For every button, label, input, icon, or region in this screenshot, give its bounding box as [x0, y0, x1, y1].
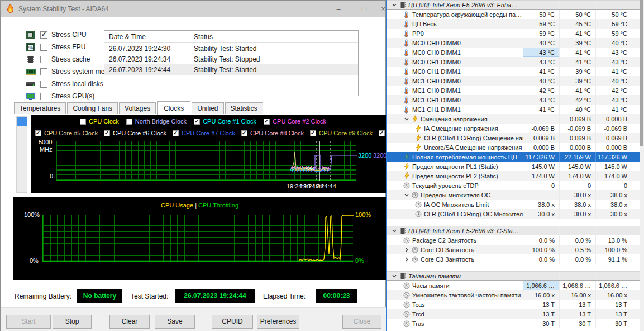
sensor-label: Tcas — [412, 301, 523, 308]
sensor-group-row[interactable]: ЦП [#0]: Intel Xeon E5-2696 v3: C-Sta… — [387, 226, 640, 235]
clear-button[interactable]: Clear — [109, 315, 150, 329]
sensor-item-row[interactable]: MC1 CH1 DIMM043 °C42 °C43 °C — [387, 95, 640, 105]
legend-checkbox-a1[interactable] — [126, 119, 132, 125]
save-button[interactable]: Save — [155, 315, 195, 329]
sensor-item-row[interactable]: MC1 CH0 DIMM040 °C39 °C40 °C — [387, 76, 640, 86]
sensor-item-row[interactable]: MC1 CH0 DIMM142 °C41 °C42 °C — [387, 86, 640, 95]
sensor-value-cell: 174.0 W — [523, 171, 559, 181]
sensor-item-row[interactable]: Температура окружающей среды па…50 °C50 … — [387, 10, 640, 19]
stress-checkbox-4[interactable] — [40, 81, 47, 88]
memory-icon — [26, 67, 37, 77]
sensor-item-row[interactable]: Uncore/SA Смещение напряжения0.000 В0.00… — [387, 143, 640, 152]
stress-checkbox-5[interactable] — [40, 93, 47, 100]
sensor-scrollbar[interactable] — [640, 0, 644, 331]
chevron-down-icon[interactable] — [390, 273, 398, 279]
clock-icon — [402, 282, 411, 289]
stop-button[interactable]: Stop — [53, 315, 92, 329]
sensor-value-cell: 100.0 % — [595, 245, 632, 254]
sensor-value-cell: 59 °C — [595, 29, 632, 38]
clock-current-value-label: 3200 — [358, 152, 371, 159]
sensor-item-row[interactable]: MC0 CH0 DIMM143 °C41 °C43 °C — [387, 48, 640, 57]
log-table-row[interactable]: 26.07.2023 19:24:34Stability Test: Stopp… — [104, 54, 358, 64]
title-bar[interactable]: System Stability Test - AIDA64 – □ × — [1, 1, 385, 17]
log-table-row[interactable]: 26.07.2023 19:24:44Stability Test: Start… — [104, 64, 358, 75]
sensor-item-row[interactable]: MC0 CH1 DIMM043 °C41 °C43 °C — [387, 57, 640, 67]
legend-checkbox-a2[interactable] — [194, 119, 200, 125]
sensor-item-row[interactable]: Tcas13 T13 T13 T — [387, 300, 640, 309]
log-cell-extra — [349, 64, 358, 75]
tab-temperatures[interactable]: Temperatures — [14, 102, 66, 114]
chart-scrollbar[interactable] — [16, 116, 27, 193]
tab-voltages[interactable]: Voltages — [119, 102, 156, 114]
tab-cooling-fans[interactable]: Cooling Fans — [67, 102, 118, 114]
tab-clocks[interactable]: Clocks — [157, 101, 190, 115]
sensor-item-row[interactable]: MC0 CH0 DIMM040 °C39 °C40 °C — [387, 38, 640, 48]
chevron-down-icon[interactable] — [403, 192, 411, 198]
stress-checkbox-0[interactable] — [40, 31, 47, 39]
sensor-item-row[interactable]: CLR (CBo/LLC/Ring) Смещение нап…-0.069 В… — [387, 133, 640, 143]
legend-checkbox-a0[interactable] — [80, 119, 86, 125]
sensor-group-row[interactable]: ЦП [#0]: Intel Xeon E5-2696 v3: Enha… — [387, 0, 640, 10]
sensor-item-row[interactable]: Предел мощности PL2 (Static)174.0 W174.0… — [387, 171, 640, 181]
chevron-down-icon[interactable] — [390, 2, 398, 8]
sensor-item-row[interactable]: IA ОС Множитель Limit38.0 x38.0 x38.0 x — [387, 200, 640, 209]
legend-checkbox-b3[interactable] — [241, 130, 247, 136]
preferences-button[interactable]: Preferences — [257, 315, 299, 329]
sensor-scrollbar-thumb[interactable] — [640, 0, 643, 146]
legend-checkbox-b2[interactable] — [173, 130, 179, 136]
legend-checkbox-b4[interactable] — [310, 130, 316, 136]
sensor-item-row[interactable]: CLR (CBo/LLC/Ring) ОС Множитель…30.0 x30… — [387, 209, 640, 219]
sensor-value-cell: 30 T — [595, 319, 632, 328]
bolt-teal-icon — [402, 153, 411, 160]
sensor-item-row[interactable]: MC1 CH1 DIMM141 °C40 °C41 °C — [387, 105, 640, 114]
sensor-item-row[interactable]: Предел мощности PL1 (Static)145.0 W145.0… — [387, 162, 640, 171]
chevron-right-icon[interactable] — [403, 257, 411, 262]
sensor-item-row[interactable]: Trcd13 T13 T13 T — [387, 309, 640, 319]
chevron-right-icon[interactable] — [403, 247, 411, 253]
sensor-extra-cell — [632, 105, 640, 114]
chevron-down-icon[interactable] — [403, 116, 411, 122]
sensor-item-row[interactable]: Core C0 Занятость100.0 %0.5 %100.0 % — [387, 245, 640, 254]
sensor-value-cell: 39 °C — [559, 76, 595, 86]
cpuid-button[interactable]: CPUID — [212, 315, 253, 329]
sensor-extra-cell — [632, 209, 640, 219]
tab-unified[interactable]: Unified — [192, 102, 223, 114]
sensor-item-row[interactable]: Текущий уровень cTDP000 — [387, 181, 640, 190]
chevron-down-icon[interactable] — [390, 228, 398, 234]
sensor-value-cell: 16.00 x — [523, 290, 559, 300]
sensor-item-row[interactable]: PP059 °C41 °C59 °C — [387, 29, 640, 38]
legend-checkbox-b5[interactable] — [379, 130, 385, 136]
chart-scrollbar-thumb[interactable] — [17, 117, 27, 126]
sensor-item-row[interactable]: Core C3 Занятость0.0 %0.0 %91.1 % — [387, 254, 640, 264]
stress-checkbox-1[interactable] — [40, 44, 47, 51]
sensor-value-cell: 40 °C — [523, 76, 559, 86]
legend-checkbox-b1[interactable] — [104, 130, 110, 136]
sensor-extra-cell — [632, 235, 640, 245]
sensor-item-row[interactable]: Полная потребляемая мощность ЦП117.326 W… — [387, 152, 640, 162]
sensor-value-cell: -0.069 В — [559, 133, 595, 143]
sensor-label: Умножитель тактовой частоты памяти — [412, 292, 523, 299]
sensor-extra-cell — [632, 38, 640, 48]
sensor-item-row[interactable]: Смещения напряжения-0.069 В0.000 В — [387, 114, 640, 124]
tab-strip: TemperaturesCooling FansVoltagesClocksUn… — [14, 101, 264, 114]
legend-checkbox-a3[interactable] — [264, 119, 270, 125]
stress-checkbox-2[interactable] — [40, 56, 47, 63]
sensor-extra-cell — [632, 171, 640, 181]
log-table-row[interactable]: 26.07.2023 19:24:30Stability Test: Start… — [104, 43, 358, 54]
sensor-item-row[interactable]: Package C2 Занятость0.0 %0.0 %13.0 % — [387, 235, 640, 245]
sensor-item-row[interactable]: Tras30 T30 T30 T — [387, 319, 640, 328]
legend-checkbox-b0[interactable] — [35, 130, 41, 136]
sensor-item-row[interactable]: ЦП Весь59 °C45 °C59 °C — [387, 19, 640, 29]
tab-statistics[interactable]: Statistics — [225, 102, 263, 114]
sensor-item-row[interactable]: IA Смещение напряжения-0.069 В-0.069 В-0… — [387, 124, 640, 133]
sensor-item-row[interactable]: Пределы множителя ОС30.0 x38.0 x — [387, 190, 640, 200]
sensor-value-cell: 0 — [559, 181, 595, 190]
maximize-button[interactable]: □ — [355, 1, 374, 17]
sensor-value-cell — [559, 226, 595, 235]
sensor-item-row[interactable]: MC0 CH1 DIMM141 °C39 °C41 °C — [387, 67, 640, 76]
sensor-item-row[interactable]: Умножитель тактовой частоты памяти16.00 … — [387, 290, 640, 300]
stress-checkbox-3[interactable] — [40, 68, 47, 75]
sensor-item-row[interactable]: Часы памяти1,066.6 …1,066.6 …1,066.6 … — [387, 281, 640, 290]
sensor-group-row[interactable]: Тайминги памяти — [387, 271, 640, 281]
minimize-button[interactable]: – — [329, 1, 348, 17]
